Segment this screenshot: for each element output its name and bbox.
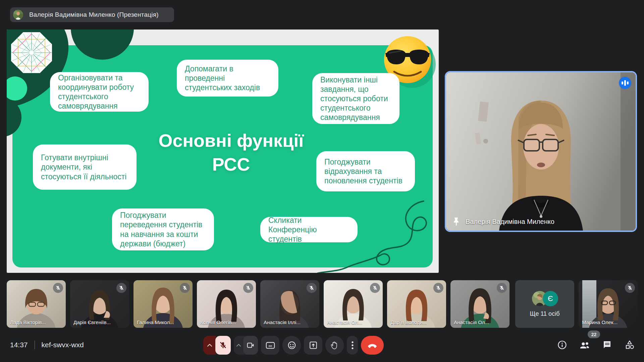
participant-name: Дар`я Володи... <box>390 319 427 325</box>
slide-title-line1: Основні функції <box>144 129 318 153</box>
chat-button[interactable] <box>601 339 613 351</box>
participant-tile[interactable]: Анастасія Іллі... <box>260 280 319 328</box>
overflow-avatars: Є <box>532 291 557 306</box>
participant-name: Ксенія Олегів... <box>200 319 236 325</box>
participant-name: Галина Микол... <box>137 319 174 325</box>
slide-title: Основні функції РСС <box>144 129 318 177</box>
activities-icon <box>625 340 635 350</box>
mic-off-icon <box>180 283 190 293</box>
slide-bubble: Допомагати в проведенні студентських зах… <box>177 60 278 97</box>
call-controls: cc <box>203 336 384 355</box>
participant-tile[interactable]: Марина Олек... <box>579 280 638 328</box>
show-people-button[interactable] <box>579 339 590 351</box>
camera-button[interactable] <box>243 336 258 355</box>
camera-icon <box>246 341 255 350</box>
overflow-avatar-letter: Є <box>543 291 558 306</box>
slide-bubble: Виконувати інші завдання, що стосуються … <box>312 73 399 124</box>
raise-hand-button[interactable] <box>325 336 344 355</box>
mic-off-icon <box>307 283 317 293</box>
slide-bubble: Скликати Конференцію студентів <box>260 217 358 242</box>
present-screen-button[interactable] <box>304 336 322 355</box>
slide-bubble: Погоджувати відрахування та поновлення с… <box>316 151 415 191</box>
meta-divider <box>35 341 35 349</box>
pin-icon <box>452 217 460 226</box>
slide-bubble: Готувати внутрішні документи, які стосую… <box>33 144 137 190</box>
meeting-panels <box>556 339 635 351</box>
meeting-details-button[interactable] <box>556 339 568 351</box>
participant-name: Марина Олек... <box>582 319 618 325</box>
chat-icon <box>602 340 612 350</box>
smiley-icon <box>287 341 296 350</box>
more-vert-icon <box>352 341 354 349</box>
participant-name: Анастасія Ол... <box>454 319 489 325</box>
participant-count-badge: 22 <box>588 330 600 338</box>
svg-text:cc: cc <box>268 344 272 348</box>
pinned-speaker-tile[interactable]: Валерія Вадимівна Миленко <box>445 71 637 232</box>
mic-off-icon <box>116 283 126 293</box>
audio-level-indicator-icon <box>619 77 631 89</box>
camera-control <box>234 336 258 355</box>
mic-off-icon <box>433 283 443 293</box>
reactions-button[interactable] <box>282 336 301 355</box>
participant-tile[interactable]: Лада Вікторів... <box>7 280 66 328</box>
activities-button[interactable] <box>624 339 635 351</box>
participant-tile[interactable]: Галина Микол... <box>133 280 193 328</box>
info-icon <box>557 340 567 350</box>
clock-time: 14:37 <box>10 341 28 349</box>
meeting-meta: 14:37 kef-swvx-wxd <box>10 341 84 349</box>
raise-hand-icon <box>330 341 339 350</box>
microphone-control <box>203 336 231 355</box>
participant-tile[interactable]: Анастасія Ол... <box>324 280 383 328</box>
participant-tile[interactable]: Дарія Євгеніїв... <box>70 280 129 328</box>
camera-options-chevron-button[interactable] <box>234 344 243 347</box>
overflow-count-label: Ще 11 осіб <box>530 310 560 317</box>
participant-name: Дарія Євгеніїв... <box>73 319 111 325</box>
overflow-participants-tile[interactable]: Є Ще 11 осіб <box>515 280 574 328</box>
mic-off-icon <box>53 283 63 293</box>
more-options-button[interactable] <box>347 336 358 355</box>
participant-name: Лада Вікторів... <box>10 319 46 325</box>
mic-off-icon <box>497 283 507 293</box>
presenter-banner-label: Валерія Вадимівна Миленко (Презентація) <box>29 11 159 18</box>
captions-icon: cc <box>266 341 275 349</box>
mic-options-chevron-button[interactable] <box>203 336 216 355</box>
meeting-code: kef-swvx-wxd <box>42 341 84 349</box>
participant-tile[interactable]: Дар`я Володи... <box>387 280 446 328</box>
end-call-button[interactable] <box>361 336 384 355</box>
end-call-icon <box>367 341 378 350</box>
mic-off-icon <box>625 283 635 293</box>
slide-bubble: Погоджувати переведення студентів на нав… <box>112 208 214 250</box>
participant-name: Анастасія Іллі... <box>264 319 301 325</box>
mic-off-icon <box>219 341 227 349</box>
participant-tile[interactable]: Ксенія Олегів... <box>197 280 256 328</box>
slide-bubble: Організовувати та координувати роботу ст… <box>50 72 149 112</box>
participant-tile[interactable]: Анастасія Ол... <box>450 280 509 328</box>
speaker-name: Валерія Вадимівна Миленко <box>466 218 554 226</box>
mic-off-icon <box>370 283 380 293</box>
present-icon <box>309 341 318 350</box>
presentation-video-feed[interactable]: Організовувати та координувати роботу ст… <box>7 29 439 273</box>
slide-title-line2: РСС <box>144 153 318 176</box>
speaker-video <box>446 72 636 231</box>
presenter-banner: Валерія Вадимівна Миленко (Презентація) <box>10 7 174 22</box>
presenter-avatar <box>13 10 23 20</box>
mic-off-icon <box>243 283 253 293</box>
chevron-up-icon <box>236 344 241 347</box>
mic-muted-button[interactable] <box>215 336 231 355</box>
people-icon <box>579 340 590 350</box>
participant-name: Анастасія Ол... <box>327 319 362 325</box>
chevron-up-icon <box>207 344 212 347</box>
captions-button[interactable]: cc <box>261 336 279 355</box>
